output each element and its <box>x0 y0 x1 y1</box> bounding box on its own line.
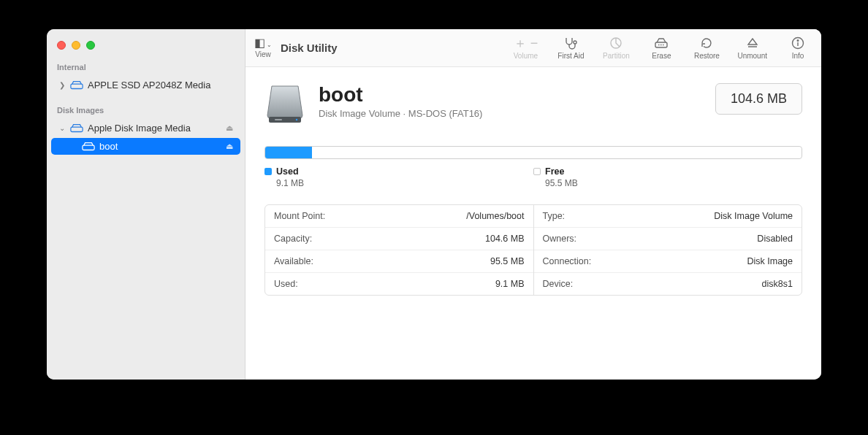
pie-chart-icon <box>609 36 623 50</box>
volume-header: boot Disk Image Volume · MS-DOS (FAT16) … <box>264 83 802 126</box>
volume-subtitle: Disk Image Volume · MS-DOS (FAT16) <box>319 108 482 119</box>
toolbar: ◧⌄ View Disk Utility ＋ − Volume First Ai… <box>245 29 821 67</box>
svg-rect-0 <box>71 84 83 88</box>
detail-key: Available: <box>274 256 313 266</box>
zoom-window-button[interactable] <box>86 41 95 50</box>
info-icon <box>791 36 804 50</box>
detail-key: Capacity: <box>274 234 312 244</box>
svg-rect-2 <box>83 145 94 150</box>
first-aid-button[interactable]: First Aid <box>556 36 585 60</box>
toolbar-label: View <box>255 50 271 58</box>
volume-disk-icon <box>82 142 95 152</box>
chevron-right-icon[interactable]: ❯ <box>58 81 66 89</box>
legend-free-value: 95.5 MB <box>533 178 802 188</box>
erase-button[interactable]: Erase <box>647 36 676 60</box>
swatch-free-icon <box>533 168 541 175</box>
legend-used: Used 9.1 MB <box>264 166 533 188</box>
legend-free: Free 95.5 MB <box>533 166 802 188</box>
toolbar-label: First Aid <box>557 52 584 60</box>
chevron-down-icon: ⌄ <box>267 42 272 48</box>
detail-key: Connection: <box>543 256 592 266</box>
detail-row: Owners:Disabled <box>534 228 802 250</box>
sidebar: Internal ❯ APPLE SSD AP2048Z Media Disk … <box>47 29 245 380</box>
sidebar-item-disk-image-parent[interactable]: ⌄ Apple Disk Image Media ⏏ <box>51 120 240 136</box>
info-button[interactable]: Info <box>783 36 812 60</box>
svg-rect-12 <box>275 119 282 120</box>
disk-utility-window: Internal ❯ APPLE SSD AP2048Z Media Disk … <box>47 29 821 380</box>
detail-value: Disabled <box>757 234 793 244</box>
detail-row: Device:disk8s1 <box>534 273 802 295</box>
detail-value: 9.1 MB <box>495 279 525 289</box>
legend-used-label: Used <box>276 166 299 177</box>
sidebar-section-internal: Internal <box>47 63 245 76</box>
detail-row: Mount Point:/Volumes/boot <box>265 205 533 228</box>
svg-point-9 <box>797 40 799 42</box>
volume-add-remove-button: ＋ − Volume <box>511 36 540 60</box>
minimize-window-button[interactable] <box>72 41 80 50</box>
sidebar-item-internal-disk[interactable]: ❯ APPLE SSD AP2048Z Media <box>51 77 240 93</box>
toolbar-label: Erase <box>652 52 671 60</box>
view-menu-button[interactable]: ◧⌄ View <box>254 37 272 58</box>
usage-legend: Used 9.1 MB Free 95.5 MB <box>264 166 802 188</box>
plus-minus-icon: ＋ − <box>514 36 538 50</box>
detail-row: Type:Disk Image Volume <box>534 205 802 228</box>
svg-point-13 <box>296 119 297 120</box>
app-title: Disk Utility <box>281 42 338 54</box>
details-table: Mount Point:/Volumes/boot Capacity:104.6… <box>264 204 802 296</box>
unmount-button[interactable]: Unmount <box>737 36 767 60</box>
sidebar-section-disk-images: Disk Images <box>47 106 245 119</box>
partition-button: Partition <box>601 36 631 60</box>
eject-icon[interactable]: ⏏ <box>226 123 233 133</box>
usage-bar <box>264 146 802 159</box>
external-disk-icon <box>70 123 83 134</box>
toolbar-label: Unmount <box>737 52 767 60</box>
details-left-column: Mount Point:/Volumes/boot Capacity:104.6… <box>265 205 534 295</box>
legend-used-value: 9.1 MB <box>264 178 533 188</box>
toolbar-label: Info <box>792 52 804 60</box>
toolbar-label: Restore <box>694 52 720 60</box>
svg-point-3 <box>574 41 576 44</box>
usage-fill <box>265 147 312 158</box>
legend-free-label: Free <box>545 166 564 177</box>
sidebar-item-label: Apple Disk Image Media <box>88 123 191 134</box>
detail-value: Disk Image <box>747 256 793 266</box>
volume-size-badge: 104.6 MB <box>715 83 802 115</box>
detail-key: Used: <box>274 279 298 289</box>
volume-title-block: boot Disk Image Volume · MS-DOS (FAT16) <box>319 83 482 119</box>
detail-key: Device: <box>543 279 574 289</box>
volume-name: boot <box>319 83 482 107</box>
close-window-button[interactable] <box>57 41 66 50</box>
detail-value: 95.5 MB <box>490 256 525 266</box>
toolbar-label: Partition <box>603 52 630 60</box>
detail-value: disk8s1 <box>762 279 793 289</box>
sidebar-item-boot-volume[interactable]: boot ⏏ <box>51 138 240 155</box>
window-controls <box>47 41 245 63</box>
sidebar-item-label: APPLE SSD AP2048Z Media <box>88 80 210 91</box>
detail-row: Capacity:104.6 MB <box>265 228 533 250</box>
swatch-used-icon <box>264 168 272 175</box>
eject-icon <box>747 36 758 50</box>
detail-key: Mount Point: <box>274 211 325 221</box>
restore-icon <box>700 36 713 50</box>
erase-icon <box>654 36 669 50</box>
detail-row: Used:9.1 MB <box>265 273 533 295</box>
svg-rect-1 <box>71 127 83 131</box>
detail-row: Available:95.5 MB <box>265 250 533 273</box>
details-right-column: Type:Disk Image Volume Owners:Disabled C… <box>534 205 802 295</box>
sidebar-layout-icon: ◧ <box>254 36 265 49</box>
toolbar-label: Volume <box>514 52 538 60</box>
toolbar-actions: ＋ − Volume First Aid Partition <box>511 36 812 60</box>
chevron-down-icon[interactable]: ⌄ <box>58 124 66 132</box>
restore-button[interactable]: Restore <box>692 36 721 60</box>
internal-disk-icon <box>70 80 83 91</box>
detail-key: Type: <box>543 211 566 221</box>
detail-value: Disk Image Volume <box>714 211 793 221</box>
stethoscope-icon <box>563 36 578 50</box>
detail-value: 104.6 MB <box>485 234 525 244</box>
detail-value: /Volumes/boot <box>466 211 524 221</box>
detail-row: Connection:Disk Image <box>534 250 802 273</box>
sidebar-item-label: boot <box>99 141 118 152</box>
main-panel: ◧⌄ View Disk Utility ＋ − Volume First Ai… <box>245 29 821 380</box>
content-area: boot Disk Image Volume · MS-DOS (FAT16) … <box>245 67 821 380</box>
eject-icon[interactable]: ⏏ <box>226 142 233 151</box>
